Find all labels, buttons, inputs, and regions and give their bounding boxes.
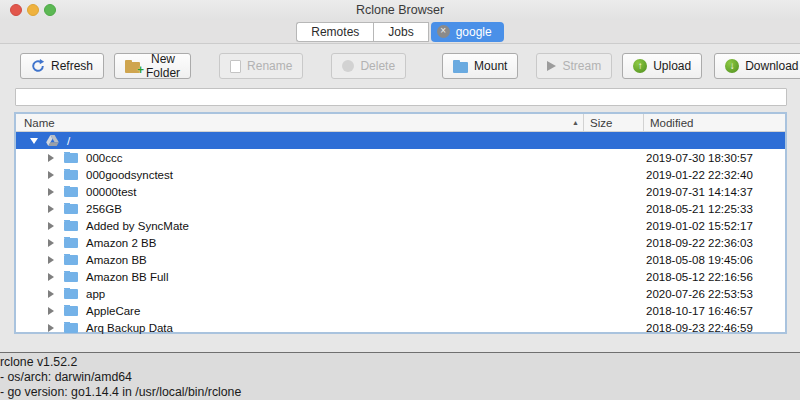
upload-button[interactable]: ↑ Upload (622, 53, 702, 79)
folder-icon (64, 306, 78, 316)
modified-cell: 2019-07-30 18:30:57 (643, 152, 785, 164)
table-header: Name ▲ Size Modified (16, 114, 785, 132)
rename-button: Rename (219, 53, 303, 79)
delete-label: Delete (360, 59, 395, 73)
stream-label: Stream (562, 59, 601, 73)
folder-name: 000ccc (86, 152, 122, 164)
table-row[interactable]: Amazon BB 2018-05-08 19:45:06 (16, 251, 785, 268)
tab-google-label: google (456, 25, 492, 39)
folder-icon (64, 204, 78, 214)
mount-icon (453, 60, 468, 73)
modified-cell: 2018-05-08 19:45:06 (643, 254, 785, 266)
table-row[interactable]: Added by SyncMate 2019-01-02 15:52:17 (16, 217, 785, 234)
refresh-button[interactable]: Refresh (20, 53, 104, 79)
refresh-icon (31, 59, 45, 73)
upload-icon: ↑ (633, 59, 647, 73)
table-row[interactable]: Amazon BB Full 2018-05-12 22:16:56 (16, 268, 785, 285)
path-input[interactable] (15, 88, 787, 106)
download-button[interactable]: ↓ Download (714, 53, 800, 79)
column-header-modified[interactable]: Modified (643, 114, 785, 131)
file-table: Name ▲ Size Modified / (14, 112, 787, 334)
folder-icon (64, 153, 78, 163)
upload-label: Upload (653, 59, 691, 73)
modified-cell: 2019-01-22 22:32:40 (643, 169, 785, 181)
table-row[interactable]: 256GB 2018-05-21 12:25:33 (16, 200, 785, 217)
folder-icon (64, 323, 78, 333)
refresh-label: Refresh (51, 59, 93, 73)
expand-triangle-icon[interactable] (48, 256, 54, 264)
sort-ascending-icon: ▲ (572, 119, 579, 126)
expand-triangle-icon[interactable] (48, 273, 54, 281)
folder-name: 00000test (86, 186, 137, 198)
folder-icon (64, 255, 78, 265)
expand-triangle-icon[interactable] (48, 222, 54, 230)
delete-button: Delete (331, 53, 406, 79)
folder-icon (64, 272, 78, 282)
table-row-root[interactable]: / (16, 132, 785, 149)
folder-icon (64, 221, 78, 231)
tab-jobs-label: Jobs (388, 25, 413, 39)
stream-button: Stream (536, 53, 612, 79)
folder-name: Amazon BB (86, 254, 147, 266)
table-row[interactable]: AppleCare 2018-10-17 16:46:57 (16, 302, 785, 319)
modified-cell: 2018-09-23 22:46:59 (643, 322, 785, 334)
folder-name: app (86, 288, 105, 300)
expand-triangle-icon[interactable] (48, 154, 54, 162)
folder-name: Amazon BB Full (86, 271, 168, 283)
tab-google[interactable]: × google (431, 22, 504, 42)
modified-cell: 2018-10-17 16:46:57 (643, 305, 785, 317)
expand-triangle-icon[interactable] (48, 188, 54, 196)
root-name: / (67, 135, 70, 147)
status-bar: rclone v1.52.2 - os/arch: darwin/amd64 -… (0, 352, 800, 400)
tab-bar: Remotes Jobs × google (0, 20, 800, 44)
modified-cell: 2019-01-02 15:52:17 (643, 220, 785, 232)
table-row[interactable]: 000goodsynctest 2019-01-22 22:32:40 (16, 166, 785, 183)
new-folder-button[interactable]: + New Folder (114, 53, 191, 79)
folder-name: 256GB (86, 203, 122, 215)
folder-name: Amazon 2 BB (86, 237, 156, 249)
tab-remotes-label: Remotes (311, 25, 359, 39)
expand-triangle-icon[interactable] (48, 324, 54, 332)
titlebar: Rclone Browser (0, 0, 800, 20)
download-label: Download (745, 59, 798, 73)
modified-cell: 2018-05-12 22:16:56 (643, 271, 785, 283)
new-folder-label: New Folder (146, 52, 180, 80)
new-folder-icon: + (125, 60, 140, 73)
delete-icon (342, 60, 354, 72)
rename-icon (230, 60, 241, 73)
folder-icon (64, 289, 78, 299)
expand-triangle-icon[interactable] (48, 205, 54, 213)
folder-name: Arq Backup Data (86, 322, 173, 334)
table-row[interactable]: Amazon 2 BB 2018-09-22 22:36:03 (16, 234, 785, 251)
mount-button[interactable]: Mount (442, 53, 518, 79)
folder-icon (64, 187, 78, 197)
close-tab-icon[interactable]: × (437, 25, 450, 38)
mount-label: Mount (474, 59, 507, 73)
name-column-label: Name (24, 117, 55, 129)
stream-icon (547, 61, 556, 71)
tab-remotes[interactable]: Remotes (296, 22, 373, 42)
modified-cell: 2018-09-22 22:36:03 (643, 237, 785, 249)
folder-icon (64, 238, 78, 248)
size-column-label: Size (590, 117, 612, 129)
folder-name: AppleCare (86, 305, 140, 317)
expand-triangle-icon[interactable] (48, 171, 54, 179)
expand-triangle-icon[interactable] (48, 239, 54, 247)
rclone-browser-window: Rclone Browser Remotes Jobs × google Ref… (0, 0, 800, 400)
tab-jobs[interactable]: Jobs (373, 22, 428, 42)
expand-triangle-icon[interactable] (48, 290, 54, 298)
column-header-name[interactable]: Name ▲ (16, 117, 583, 129)
table-row[interactable]: 000ccc 2019-07-30 18:30:57 (16, 149, 785, 166)
column-header-size[interactable]: Size (583, 114, 643, 131)
collapse-triangle-icon[interactable] (30, 138, 38, 144)
expand-triangle-icon[interactable] (48, 307, 54, 315)
google-drive-icon (46, 135, 59, 146)
table-row[interactable]: 00000test 2019-07-31 14:14:37 (16, 183, 785, 200)
modified-cell: 2018-05-21 12:25:33 (643, 203, 785, 215)
status-go-version: - go version: go1.14.4 in /usr/local/bin… (0, 385, 800, 400)
table-row[interactable]: Arq Backup Data 2018-09-23 22:46:59 (16, 319, 785, 336)
rename-label: Rename (247, 59, 292, 73)
folder-name: 000goodsynctest (86, 169, 173, 181)
modified-column-label: Modified (650, 117, 693, 129)
table-row[interactable]: app 2020-07-26 22:53:53 (16, 285, 785, 302)
